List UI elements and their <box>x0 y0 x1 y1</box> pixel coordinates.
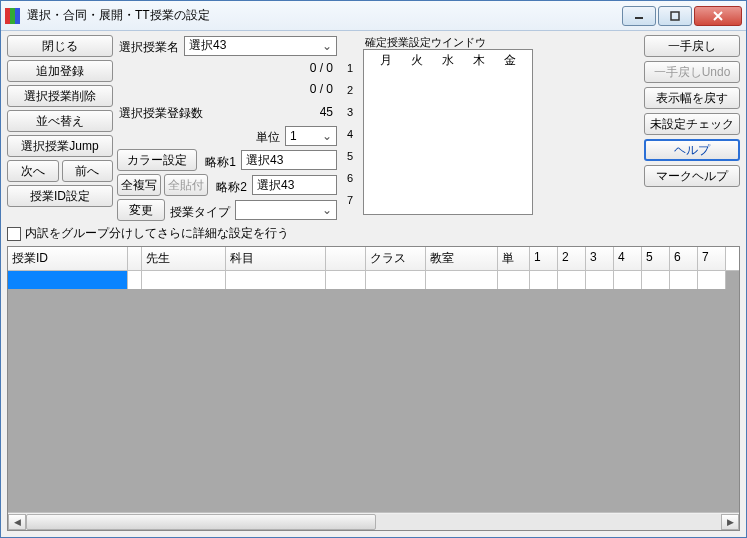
paste-all-button[interactable]: 全貼付 <box>164 174 208 196</box>
data-grid[interactable]: 授業ID 先生 科目 クラス 教室 単 1 2 3 4 5 6 7 <box>7 246 740 531</box>
fixed-schedule-title: 確定授業設定ウインドウ <box>365 35 486 50</box>
selected-class-name-select[interactable]: 選択43 ⌄ <box>184 36 337 56</box>
minimize-button[interactable] <box>622 6 656 26</box>
col-subject[interactable]: 科目 <box>226 247 326 270</box>
selected-class-name-value: 選択43 <box>189 37 226 54</box>
col-unit[interactable]: 単 <box>498 247 530 270</box>
selected-cell[interactable] <box>8 271 128 289</box>
col-class[interactable]: クラス <box>366 247 426 270</box>
scroll-track[interactable] <box>26 514 721 530</box>
period-numbers: 1 2 3 4 5 6 7 <box>341 35 359 221</box>
col-2[interactable]: 2 <box>558 247 586 270</box>
group-detail-label: 内訳をグループ分けしてさらに詳細な設定を行う <box>25 225 289 242</box>
copy-all-button[interactable]: 全複写 <box>117 174 161 196</box>
group-detail-checkbox[interactable] <box>7 227 21 241</box>
ratio-2: 0 / 0 <box>117 80 337 98</box>
col-class-id[interactable]: 授業ID <box>8 247 128 270</box>
reg-count-label: 選択授業登録数 <box>117 101 317 122</box>
ratio-1: 0 / 0 <box>117 59 337 77</box>
col-1[interactable]: 1 <box>530 247 558 270</box>
window-title: 選択・合同・展開・TT授業の設定 <box>27 7 622 24</box>
title-bar: 選択・合同・展開・TT授業の設定 <box>1 1 746 31</box>
add-register-button[interactable]: 追加登録 <box>7 60 113 82</box>
col-blank-1[interactable] <box>128 247 142 270</box>
unit-value: 1 <box>290 129 297 143</box>
col-4[interactable]: 4 <box>614 247 642 270</box>
abbr1-field[interactable]: 選択43 <box>241 150 337 170</box>
col-5[interactable]: 5 <box>642 247 670 270</box>
day-headers: 月 火 水 木 金 <box>364 50 532 71</box>
scroll-thumb[interactable] <box>26 514 376 530</box>
chevron-down-icon: ⌄ <box>320 203 334 217</box>
svg-rect-0 <box>635 17 643 19</box>
svg-rect-1 <box>671 12 679 20</box>
undo-redo-button[interactable]: 一手戻しUndo <box>644 61 740 83</box>
col-3[interactable]: 3 <box>586 247 614 270</box>
abbr2-field[interactable]: 選択43 <box>252 175 337 195</box>
col-7[interactable]: 7 <box>698 247 726 270</box>
class-id-settings-button[interactable]: 授業ID設定 <box>7 185 113 207</box>
jump-button[interactable]: 選択授業Jump <box>7 135 113 157</box>
selected-class-name-label: 選択授業名 <box>117 35 181 56</box>
grid-header: 授業ID 先生 科目 クラス 教室 単 1 2 3 4 5 6 7 <box>8 247 739 271</box>
col-teacher[interactable]: 先生 <box>142 247 226 270</box>
table-row[interactable] <box>8 271 739 289</box>
change-button[interactable]: 変更 <box>117 199 165 221</box>
next-button[interactable]: 次へ <box>7 160 59 182</box>
help-button[interactable]: ヘルプ <box>644 139 740 161</box>
chevron-down-icon: ⌄ <box>320 129 334 143</box>
scroll-right-button[interactable]: ▶ <box>721 514 739 530</box>
prev-button[interactable]: 前へ <box>62 160 114 182</box>
delete-selected-button[interactable]: 選択授業削除 <box>7 85 113 107</box>
chevron-down-icon: ⌄ <box>320 39 334 53</box>
unset-check-button[interactable]: 未設定チェック <box>644 113 740 135</box>
undo-button[interactable]: 一手戻し <box>644 35 740 57</box>
abbr1-label: 略称1 <box>200 150 238 171</box>
abbr2-label: 略称2 <box>211 175 249 196</box>
col-6[interactable]: 6 <box>670 247 698 270</box>
maximize-button[interactable] <box>658 6 692 26</box>
app-icon <box>5 8 21 24</box>
fixed-schedule-grid[interactable]: 月 火 水 木 金 <box>363 49 533 215</box>
sort-button[interactable]: 並べ替え <box>7 110 113 132</box>
col-room[interactable]: 教室 <box>426 247 498 270</box>
class-type-label: 授業タイプ <box>168 200 232 221</box>
color-settings-button[interactable]: カラー設定 <box>117 149 197 171</box>
close-button[interactable]: 閉じる <box>7 35 113 57</box>
reg-count-value: 45 <box>320 105 337 119</box>
close-window-button[interactable] <box>694 6 742 26</box>
mark-help-button[interactable]: マークヘルプ <box>644 165 740 187</box>
unit-select[interactable]: 1 ⌄ <box>285 126 337 146</box>
class-type-select[interactable]: ⌄ <box>235 200 337 220</box>
col-blank-2[interactable] <box>326 247 366 270</box>
unit-label: 単位 <box>254 125 282 146</box>
horizontal-scrollbar[interactable]: ◀ ▶ <box>8 512 739 530</box>
scroll-left-button[interactable]: ◀ <box>8 514 26 530</box>
reset-width-button[interactable]: 表示幅を戻す <box>644 87 740 109</box>
